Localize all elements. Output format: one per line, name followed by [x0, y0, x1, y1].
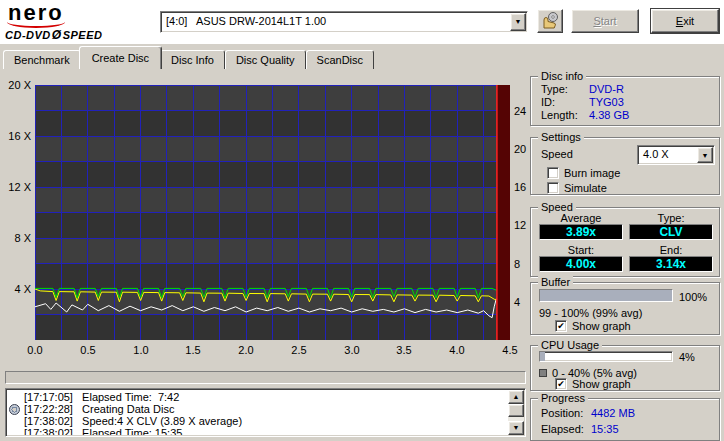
x-axis-tick: 3.5: [389, 344, 419, 356]
start-button[interactable]: Start: [571, 9, 639, 33]
start-label: Start:: [539, 244, 623, 256]
cpu-meter-fill: [540, 352, 545, 361]
tab-create-disc[interactable]: Create Disc: [79, 46, 162, 69]
disc-type-label: Type:: [541, 83, 568, 95]
chevron-down-icon: ▼: [511, 14, 525, 30]
speed-group: Speed Average Type: 3.89x CLV Start: End…: [530, 207, 720, 277]
logo-speed-text: SPEED: [63, 29, 103, 41]
burn-image-checkbox[interactable]: [547, 167, 559, 179]
disc-length-label: Length:: [541, 109, 578, 121]
settings-group: Settings Speed 4.0 X ▼ Burn image Simula…: [530, 137, 720, 195]
disc-type-value: DVD-R: [589, 83, 624, 95]
x-axis-tick: 2.5: [284, 344, 314, 356]
group-title: Settings: [538, 131, 584, 143]
arrow-up-icon: ▲: [509, 391, 523, 403]
checkmark-icon: ✔: [556, 321, 566, 331]
tab-disc-info[interactable]: Disc Info: [160, 50, 225, 69]
speed-select-dropdown-button[interactable]: ▼: [697, 147, 713, 163]
disc-length-value: 4.38 GB: [589, 109, 629, 121]
tab-benchmark[interactable]: Benchmark: [3, 50, 81, 69]
eject-button[interactable]: [537, 9, 563, 33]
toolbar: nero CD-DVDØSPEED [4:0] ASUS DRW-2014L1T…: [0, 0, 724, 44]
speed-select-value: 4.0 X: [643, 148, 669, 160]
average-speed-display: 3.89x: [539, 224, 623, 240]
x-axis-tick: 4.5: [495, 344, 525, 356]
tab-scandisc[interactable]: ScanDisc: [306, 50, 374, 69]
drive-select[interactable]: [4:0] ASUS DRW-2014L1T 1.00 ▼: [160, 11, 528, 33]
average-label: Average: [539, 212, 623, 224]
hand-disc-icon: [541, 11, 559, 29]
end-label: End:: [629, 244, 713, 256]
exit-button[interactable]: Exit: [651, 9, 719, 33]
log-entry[interactable]: [17:38:02] Speed:4 X CLV (3.89 X average…: [24, 415, 507, 427]
y-axis-right-tick: 20: [514, 143, 526, 155]
buffer-meter: [539, 289, 673, 302]
log-entry[interactable]: [17:38:02] Elapsed Time: 15:35: [24, 427, 507, 435]
elapsed-label: Elapsed:: [541, 423, 584, 435]
y-axis-left-tick: 16 X: [5, 130, 31, 142]
type-label: Type:: [629, 212, 713, 224]
cpu-meter: [539, 351, 673, 362]
group-title: Progress: [538, 392, 588, 404]
y-axis-right-tick: 24: [514, 105, 526, 117]
tab-disc-quality[interactable]: Disc Quality: [225, 50, 306, 69]
y-axis-right-tick: 12: [514, 219, 526, 231]
scrollbar-thumb[interactable]: [508, 404, 524, 417]
x-axis-tick: 1.0: [126, 344, 156, 356]
disc-id-label: ID:: [541, 96, 555, 108]
x-axis-tick: 0.5: [73, 344, 103, 356]
y-axis-right-tick: 4: [514, 296, 520, 308]
status-log: [17:17:05] Elapsed Time: 7:42 [17:22:28]…: [5, 388, 526, 437]
x-axis: 0.00.51.01.52.02.53.03.54.04.5: [35, 344, 510, 358]
log-entry[interactable]: [17:22:28] Creating Data Disc: [24, 403, 507, 415]
cpu-percent: 4%: [679, 351, 695, 363]
simulate-checkbox[interactable]: [547, 182, 559, 194]
buffer-percent: 100%: [679, 291, 707, 303]
position-value: 4482 MB: [591, 407, 635, 419]
tab-bar: Benchmark Create Disc Disc Info Disc Qua…: [3, 46, 374, 69]
arrow-down-icon: ▼: [509, 422, 523, 434]
group-title: CPU Usage: [538, 339, 602, 351]
elapsed-value: 15:35: [591, 423, 619, 435]
simulate-label: Simulate: [564, 182, 607, 194]
cpu-usage-group: CPU Usage 4% 0 - 40% (5% avg) ✔ Show gra…: [530, 345, 720, 391]
y-axis-left-tick: 8 X: [5, 232, 31, 244]
scroll-up-button[interactable]: ▲: [508, 390, 524, 404]
x-axis-tick: 3.0: [337, 344, 367, 356]
y-axis-left-tick: 20 X: [5, 79, 31, 91]
speed-setting-label: Speed: [541, 148, 573, 160]
end-speed-display: 3.14x: [629, 256, 713, 272]
buffer-group: Buffer 100% 99 - 100% (99% avg) ✔ Show g…: [530, 282, 720, 335]
y-axis-left-tick: 4 X: [5, 283, 31, 295]
checkmark-icon: ✔: [556, 379, 566, 389]
logo-disc-glyph: Ø: [51, 28, 63, 42]
speed-select[interactable]: 4.0 X ▼: [637, 145, 715, 165]
buffer-show-graph-label: Show graph: [572, 320, 631, 332]
scroll-down-button[interactable]: ▼: [508, 421, 524, 435]
log-entry[interactable]: [17:17:05] Elapsed Time: 7:42: [24, 391, 507, 403]
cpu-graph-color-swatch: [539, 369, 547, 377]
cpu-show-graph-label: Show graph: [572, 378, 631, 390]
nero-cd-dvd-speed-window: nero CD-DVDØSPEED [4:0] ASUS DRW-2014L1T…: [0, 0, 724, 441]
logo-cddvd-text: CD-DVD: [5, 29, 51, 41]
write-progress-bar: [5, 371, 526, 384]
logo-product-text: CD-DVDØSPEED: [5, 28, 102, 42]
buffer-range-text: 99 - 100% (99% avg): [539, 307, 642, 319]
chevron-down-icon: ▼: [698, 148, 712, 164]
cpu-show-graph-checkbox[interactable]: ✔: [555, 378, 567, 390]
start-speed-display: 4.00x: [539, 256, 623, 272]
y-axis-left-tick: 12 X: [5, 181, 31, 193]
disc-info-group: Disc info Type: DVD-R ID: TYG03 Length: …: [530, 76, 720, 126]
buffer-show-graph-checkbox[interactable]: ✔: [555, 320, 567, 332]
buffer-meter-fill: [540, 290, 672, 301]
x-axis-tick: 0.0: [20, 344, 50, 356]
log-list: [17:17:05] Elapsed Time: 7:42 [17:22:28]…: [24, 391, 507, 435]
x-axis-tick: 1.5: [178, 344, 208, 356]
write-type-display: CLV: [629, 224, 713, 240]
disc-activity-icon: [9, 404, 20, 415]
group-title: Disc info: [538, 70, 586, 82]
chart-plot-area: [35, 85, 510, 340]
log-scrollbar[interactable]: ▲ ▼: [508, 390, 524, 435]
y-axis-left: 20 X16 X12 X8 X4 X: [5, 85, 31, 340]
drive-select-dropdown-button[interactable]: ▼: [510, 13, 526, 31]
